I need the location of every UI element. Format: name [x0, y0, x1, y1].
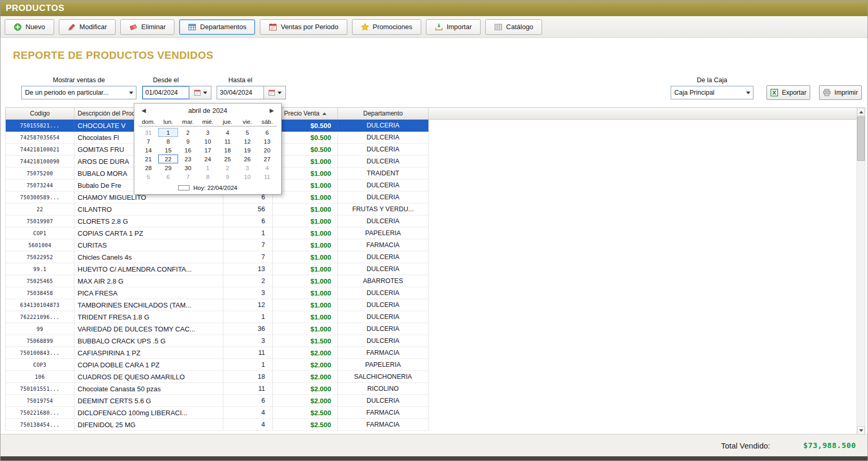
table-row[interactable]: 75025465MAX AIR 2.8 G2$1.000ABARROTES: [6, 275, 429, 287]
calendar-day[interactable]: 3: [198, 128, 218, 137]
table-row[interactable]: 75019907CLORETS 2.8 G6$1.000DULCERIA: [6, 215, 429, 227]
cell-department: DULCERIA: [338, 335, 429, 347]
export-button[interactable]: Exportar: [766, 85, 810, 100]
calendar-day[interactable]: 30: [178, 163, 198, 172]
from-date-picker-button[interactable]: [189, 86, 211, 99]
today-marker-box: [178, 185, 190, 190]
calendar-day[interactable]: 9: [218, 172, 237, 181]
calendar-day[interactable]: 6: [158, 172, 178, 181]
vertical-scrollbar[interactable]: [857, 107, 865, 435]
modificar-button[interactable]: Modificar: [59, 19, 116, 35]
to-date-label: Hasta el: [217, 76, 264, 84]
table-row[interactable]: 750138454...DIFENIDOL 25 MG4$2.500FARMAC…: [6, 419, 429, 431]
page-title: REPORTE DE PRODUCTOS VENDIDOS: [13, 49, 213, 61]
table-row[interactable]: 22CILANTRO56$1.000FRUTAS Y VERDU...: [6, 203, 429, 215]
scrollbar-thumb[interactable]: [857, 117, 865, 161]
promociones-button[interactable]: Promociones: [352, 19, 421, 35]
calendar-day[interactable]: 21: [139, 155, 158, 163]
calendar-day[interactable]: 11: [218, 137, 237, 146]
calendar-day[interactable]: 25: [218, 155, 237, 163]
calendar-day[interactable]: 12: [237, 137, 257, 146]
importar-button[interactable]: Importar: [426, 19, 481, 35]
calendar-day[interactable]: 5: [237, 128, 257, 137]
calendar-day[interactable]: 7: [139, 137, 158, 146]
calendar-month-title: abril de 2024: [149, 107, 267, 114]
calendar-day[interactable]: 4: [257, 163, 277, 172]
calendar-day[interactable]: 18: [218, 146, 237, 155]
calendar-day[interactable]: 7: [178, 172, 198, 181]
calendar-day[interactable]: 16: [178, 146, 198, 155]
table-row[interactable]: 75038458PICA FRESA3$1.000DULCERIA: [6, 287, 429, 299]
calendar-day[interactable]: 11: [257, 172, 277, 181]
cash-register-select[interactable]: Caja Principal: [671, 86, 753, 99]
print-button[interactable]: Imprimir: [819, 85, 862, 100]
cell-quantity: 1: [223, 227, 273, 239]
calendar-day[interactable]: 8: [198, 172, 218, 181]
table-row[interactable]: 75022952Chicles Canels 4s7$1.000DULCERIA: [6, 251, 429, 263]
column-header-precio-venta[interactable]: Precio Venta: [273, 108, 338, 119]
table-row[interactable]: 634130104873TAMBORINES ENCHILADOS (TAM..…: [6, 299, 429, 311]
calendar-day[interactable]: 5: [139, 172, 158, 181]
calendar-day[interactable]: 26: [237, 155, 257, 163]
period-select[interactable]: De un periodo en particular...: [21, 86, 136, 99]
calendar-day[interactable]: 29: [158, 163, 178, 172]
calendar-day[interactable]: 14: [139, 146, 158, 155]
table-row[interactable]: 75019754DEEMINT CERTS 5.6 G6$2.000DULCER…: [6, 395, 429, 407]
calendar-day[interactable]: 10: [198, 137, 218, 146]
calendar-day[interactable]: 1: [158, 128, 178, 137]
calendar-prev-button[interactable]: ◀: [139, 107, 149, 114]
calendar-day[interactable]: 27: [257, 155, 277, 163]
calendar-day[interactable]: 2: [218, 163, 237, 172]
table-row[interactable]: 5601004CURITAS7$1.000FARMACIA: [6, 239, 429, 251]
cell-department: PAPELERIA: [338, 227, 429, 239]
column-header-departamento[interactable]: Departamento: [338, 108, 429, 119]
table-row[interactable]: 106CUADROS DE QUESO AMARILLO18$2.000SALC…: [6, 371, 429, 383]
calendar-day[interactable]: 8: [158, 137, 178, 146]
eliminar-button[interactable]: Eliminar: [120, 19, 174, 35]
scroll-down-button[interactable]: [857, 426, 865, 434]
calendar-day[interactable]: 4: [218, 128, 237, 137]
cell-price: $2.000: [273, 347, 338, 358]
calendar-today-link[interactable]: Hoy: 22/04/2024: [134, 182, 281, 194]
table-row[interactable]: 762221096...TRIDENT FRESA 1.8 G1$1.000DU…: [6, 311, 429, 323]
calendar-day[interactable]: 15: [158, 146, 178, 155]
table-row[interactable]: 750221680...DICLOFENACO 100mg LIBERACI..…: [6, 407, 429, 419]
calendar-day[interactable]: 22: [158, 155, 178, 163]
calendar-day[interactable]: 20: [257, 146, 277, 155]
to-date-input[interactable]: [217, 86, 264, 99]
table-row[interactable]: 750101551...Chocolate Canasta 50 pzas11$…: [6, 383, 429, 395]
scroll-up-button[interactable]: [857, 108, 865, 116]
nuevo-button[interactable]: Nuevo: [5, 19, 54, 35]
day-header-mar: mar.: [178, 117, 198, 126]
table-row[interactable]: 99.1HUEVITO C/ ALMENDRA CONFITA...13$1.0…: [6, 263, 429, 275]
calendar-day[interactable]: 1: [198, 163, 218, 172]
calendar-day[interactable]: 17: [198, 146, 218, 155]
calendar-day[interactable]: 28: [139, 163, 158, 172]
cell-code: 22: [6, 203, 74, 215]
table-row[interactable]: COP3COPIA DOBLE CARA 1 PZ1$2.000PAPELERI…: [6, 359, 429, 371]
column-header-codigo[interactable]: Codigo: [6, 108, 74, 119]
calendar-day[interactable]: 9: [178, 137, 198, 146]
catalogo-button[interactable]: Catálogo: [485, 19, 542, 35]
table-row[interactable]: 750100843...CAFIASPIRINA 1 PZ11$2.000FAR…: [6, 347, 429, 359]
calendar-day[interactable]: 23: [178, 155, 198, 163]
table-row[interactable]: 75068899BUBBALO CRACK UPS .5 G3$1.500DUL…: [6, 335, 429, 347]
cell-code: 99: [6, 323, 74, 335]
calendar-day[interactable]: 19: [237, 146, 257, 155]
table-row[interactable]: 99VARIEDAD DE DULCES TOMY CAC...36$1.000…: [6, 323, 429, 335]
calendar-day[interactable]: 31: [139, 128, 158, 137]
calendar-next-button[interactable]: ▶: [267, 107, 277, 114]
calendar-day[interactable]: 2: [178, 128, 198, 137]
calendar-day[interactable]: 13: [257, 137, 277, 146]
cell-department: FARMACIA: [338, 407, 429, 418]
from-date-input[interactable]: [142, 86, 190, 99]
calendar-day[interactable]: 3: [237, 163, 257, 172]
cell-quantity: 1: [223, 311, 273, 323]
calendar-day[interactable]: 10: [237, 172, 257, 181]
departamentos-button[interactable]: Departamentos: [179, 19, 255, 35]
calendar-day[interactable]: 6: [257, 128, 277, 137]
to-date-picker-button[interactable]: [263, 86, 286, 99]
ventas-por-periodo-button[interactable]: Ventas por Periodo: [260, 19, 347, 35]
table-row[interactable]: COP1COPIAS CARTA 1 PZ1$1.000PAPELERIA: [6, 227, 429, 239]
calendar-day[interactable]: 24: [198, 155, 218, 163]
